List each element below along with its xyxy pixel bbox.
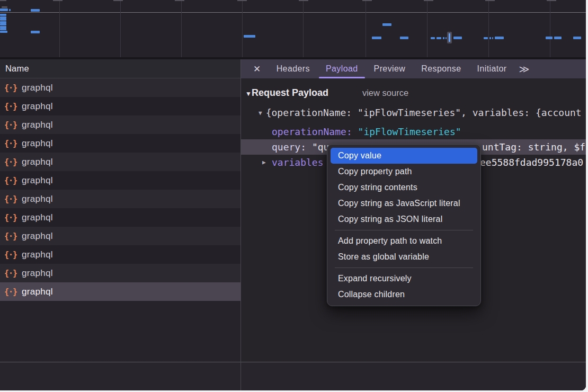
context-menu-item[interactable]: Copy value [331,148,477,164]
overview-bar [573,37,581,39]
caret-down-icon[interactable]: ▼ [259,105,262,120]
overview-tick [485,0,495,1]
context-menu-separator [335,230,473,230]
overview-bar [372,37,381,39]
overview-bar [0,28,6,30]
tab-payload[interactable]: Payload [318,59,366,78]
overview-gridline [427,0,427,57]
json-icon: {·} [4,157,17,167]
context-menu-item[interactable]: Collapse children [331,287,477,302]
request-name: graphql [22,194,53,204]
json-icon: {·} [4,250,17,260]
overview-bar [436,37,441,39]
overview-baseline [0,12,586,13]
request-name: graphql [22,101,53,112]
overview-bar [0,14,6,16]
request-row[interactable]: {·} graphql [0,227,240,245]
context-menu-item[interactable]: Copy string as JSON literal [331,211,477,227]
overview-bar [0,8,8,11]
overview-tick [299,0,308,1]
request-row[interactable]: {·} graphql [0,282,240,301]
request-row[interactable]: {·} graphql [0,245,240,264]
overview-bar [2,6,7,8]
panel-divider[interactable] [240,59,241,390]
json-icon: {·} [4,139,17,148]
overview-bar [484,37,488,39]
overview-bar [453,37,462,39]
more-tabs-icon[interactable]: ≫ [519,63,530,75]
overview-bar [443,37,444,39]
payload-section-header: ▼Request Payloadview source [241,85,586,101]
overview-bar [31,31,40,33]
request-row[interactable]: {·} graphql [0,78,240,97]
context-menu-item[interactable]: Store as global variable [331,249,477,265]
request-row[interactable]: {·} graphql [0,115,240,134]
overview-tick [175,0,184,1]
overview-gridline [488,0,489,57]
tab-headers[interactable]: Headers [269,59,318,78]
payload-root-row[interactable]: ▼{operationName: "ipFlowTimeseries", var… [241,105,586,120]
root-preview: {operationName: "ipFlowTimeseries", vari… [266,107,582,118]
context-menu-item[interactable]: Copy string as JavaScript literal [331,195,477,211]
json-icon: {·} [4,194,17,204]
request-name: graphql [22,138,53,149]
request-name: graphql [22,157,53,167]
overview-bar [431,37,435,39]
caret-down-icon[interactable]: ▼ [245,90,252,97]
overview-bar [0,31,7,33]
overview-bar [492,37,493,39]
context-menu-item[interactable]: Copy string contents [331,180,477,195]
overview-gridline [120,0,121,57]
json-icon: {·} [4,120,17,130]
tab-response[interactable]: Response [413,59,469,78]
overview-gridline [181,0,182,57]
section-title: Request Payload [252,87,328,98]
context-menu-item[interactable]: Add property path to watch [331,233,477,249]
request-name: graphql [22,212,53,223]
overview-bar [446,37,447,39]
property-value-fragment: ee5588fdad995178a0 [480,155,583,170]
request-row[interactable]: {·} graphql [0,190,240,208]
view-source-link[interactable]: view source [362,88,408,97]
close-icon[interactable]: ✕ [253,64,261,75]
context-menu-item[interactable]: Expand recursively [331,271,477,287]
property-key: variables [272,157,324,168]
json-icon: {·} [4,83,17,93]
property-key: operationName: [272,126,352,137]
context-menu: Copy valueCopy property pathCopy string … [327,144,481,306]
tab-preview[interactable]: Preview [366,59,414,78]
caret-right-icon[interactable]: ▶ [262,155,266,170]
request-row[interactable]: {·} graphql [0,134,240,153]
footer-divider [0,362,586,362]
payload-row-operationname[interactable]: operationName: "ipFlowTimeseries" [241,124,586,139]
overview-gridline [242,0,243,57]
request-row[interactable]: {·} graphql [0,153,240,171]
network-overview[interactable] [0,0,586,59]
overview-tick [237,0,247,1]
json-icon: {·} [4,287,17,297]
overview-gridline [366,0,366,57]
overview-gridline [550,0,550,57]
overview-bar [9,9,11,11]
context-menu-item[interactable]: Copy property path [331,164,477,180]
request-row[interactable]: {·} graphql [0,171,240,190]
overview-bar [489,37,491,39]
devtools-window: Name {·} graphql {·} graphql {·} graphql… [0,0,586,390]
name-column-header[interactable]: Name [0,59,240,78]
overview-bar [0,19,6,21]
request-row[interactable]: {·} graphql [0,264,240,282]
tab-initiator[interactable]: Initiator [469,59,515,78]
json-icon: {·} [4,269,17,278]
json-icon: {·} [4,213,17,222]
detail-tabbar: ✕ Headers Payload Preview Response Initi… [241,59,586,78]
window-background: Name {·} graphql {·} graphql {·} graphql… [0,0,588,392]
overview-tick [362,0,372,1]
request-name: graphql [22,175,53,186]
request-row[interactable]: {·} graphql [0,208,240,227]
request-row[interactable]: {·} graphql [0,97,240,115]
overview-gridline [59,0,60,57]
json-icon: {·} [4,176,17,185]
json-icon: {·} [4,231,17,241]
overview-bar [244,35,255,38]
overview-gridline [303,0,304,57]
